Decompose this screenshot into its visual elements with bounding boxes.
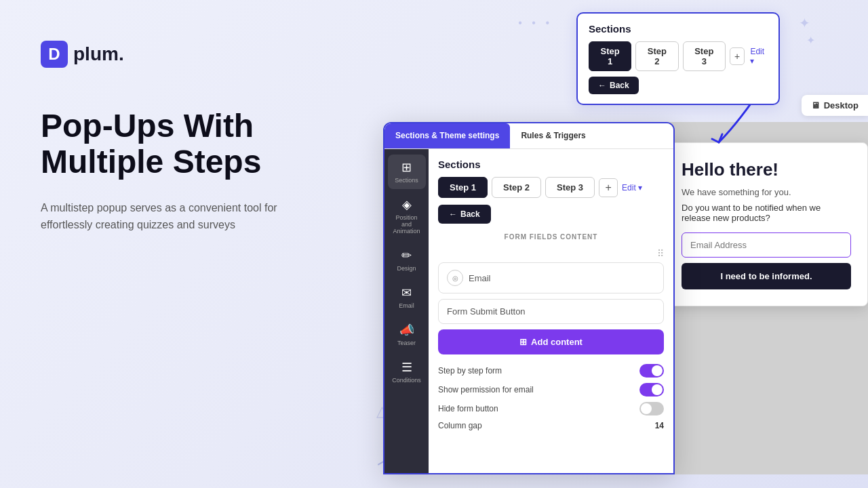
sub-text: A multistep popup serves as a convenient… <box>41 199 298 234</box>
sections-icon: ⊞ <box>401 160 412 175</box>
sidebar-item-email[interactable]: ✉ Email <box>388 280 426 314</box>
show-permission-toggle[interactable] <box>639 383 664 396</box>
column-gap-label: Column gap <box>438 421 482 430</box>
main-edit-button[interactable]: Edit ▾ <box>622 183 642 192</box>
email-field-label: Email <box>469 273 655 283</box>
hide-button-toggle[interactable] <box>639 402 664 415</box>
floating-step-3-button[interactable]: Step 3 <box>683 41 726 71</box>
tab-sections-theme-label: Sections & Theme settings <box>395 131 499 140</box>
popup-email-input[interactable] <box>682 232 851 258</box>
add-content-icon: ⊞ <box>519 337 527 347</box>
main-back-button[interactable]: ← Back <box>438 205 491 224</box>
toggle-hide-button: Hide form button <box>438 402 664 415</box>
logo-letter: D <box>48 45 60 64</box>
deco-top-dots: • • • <box>518 17 553 29</box>
sidebar-item-teaser[interactable]: 📣 Teaser <box>388 317 426 352</box>
add-content-label: Add content <box>531 337 583 347</box>
popup-submit-button[interactable]: I need to be informed. <box>682 263 851 289</box>
floating-sections-title: Sections <box>589 23 768 35</box>
main-step-1-button[interactable]: Step 1 <box>438 177 488 198</box>
email-field-row[interactable]: ◎ Email <box>438 262 664 293</box>
deco-star-top-right: ✦ <box>799 15 810 31</box>
conditions-icon: ☰ <box>401 360 412 375</box>
position-label: Position and Animation <box>391 214 423 235</box>
logo-text: plum. <box>73 43 124 65</box>
monitor-icon: 🖥 <box>811 100 820 110</box>
email-label: Email <box>399 302 414 309</box>
editor-topnav: Sections & Theme settings Rules & Trigge… <box>384 123 673 149</box>
tab-rules-triggers[interactable]: Rules & Triggers <box>510 123 596 148</box>
desktop-toggle[interactable]: 🖥 Desktop <box>802 95 868 116</box>
main-heading: Pop-Ups With Multiple Steps <box>41 108 366 180</box>
drag-handle-area: ⠿ <box>438 247 664 260</box>
sidebar-item-position[interactable]: ◈ Position and Animation <box>388 192 426 240</box>
logo-icon: D <box>41 41 68 68</box>
floating-step-1-button[interactable]: Step 1 <box>589 41 631 71</box>
floating-steps-row: Step 1 Step 2 Step 3 + Edit ▾ <box>589 41 768 71</box>
teaser-icon: 📣 <box>399 323 414 338</box>
email-icon: ✉ <box>401 285 412 300</box>
main-step-3-button[interactable]: Step 3 <box>545 177 595 198</box>
back-arrow-icon: ← <box>598 81 606 90</box>
main-step-2-button[interactable]: Step 2 <box>492 177 541 198</box>
popup-title: Hello there! <box>682 159 851 180</box>
floating-sections-panel: Sections Step 1 Step 2 Step 3 + Edit ▾ ←… <box>576 12 780 105</box>
sidebar-item-conditions[interactable]: ☰ Conditions <box>388 354 426 389</box>
floating-back-button[interactable]: ← Back <box>589 77 639 94</box>
step-by-step-toggle[interactable] <box>639 364 664 378</box>
editor-main: Sections Step 1 Step 2 Step 3 + Edit ▾ ←… <box>429 149 673 473</box>
logo-area: D plum. <box>41 41 366 68</box>
main-steps-row: Step 1 Step 2 Step 3 + Edit ▾ <box>438 177 664 198</box>
conditions-label: Conditions <box>392 377 421 384</box>
sidebar-item-design[interactable]: ✏ Design <box>388 243 426 277</box>
column-gap-value: 14 <box>655 421 664 430</box>
hide-button-label: Hide form button <box>438 404 498 413</box>
back-arrow: ← <box>449 209 457 219</box>
sections-header: Sections <box>438 159 664 170</box>
toggle-show-permission: Show permission for email <box>438 383 664 396</box>
submit-field-label: Form Submit Button <box>447 306 655 317</box>
floating-plus-button[interactable]: + <box>730 47 745 65</box>
design-label: Design <box>397 265 416 272</box>
show-permission-label: Show permission for email <box>438 385 534 394</box>
popup-preview: Hello there! We have something for you. … <box>665 142 868 306</box>
position-icon: ◈ <box>402 197 412 212</box>
teaser-label: Teaser <box>397 340 416 346</box>
add-content-button[interactable]: ⊞ Add content <box>438 329 664 354</box>
left-panel: D plum. Pop-Ups With Multiple Steps A mu… <box>41 41 366 234</box>
toggle-step-by-step: Step by step form <box>438 364 664 378</box>
popup-question: Do you want to be notified when we relea… <box>682 203 851 223</box>
desktop-label: Desktop <box>824 100 859 110</box>
design-icon: ✏ <box>401 248 412 263</box>
drag-dots-icon: ⠿ <box>657 248 664 259</box>
preview-panel: Hello there! We have something for you. … <box>651 122 868 474</box>
tab-rules-triggers-label: Rules & Triggers <box>521 131 585 140</box>
submit-field-row[interactable]: Form Submit Button <box>438 299 664 324</box>
email-field-icon: ◎ <box>447 270 463 286</box>
tab-sections-theme[interactable]: Sections & Theme settings <box>384 123 510 148</box>
main-plus-button[interactable]: + <box>599 178 618 197</box>
popup-subtitle: We have something for you. <box>682 187 851 197</box>
deco-sparkle: ✦ <box>806 34 815 47</box>
editor-sidebar: ⊞ Sections ◈ Position and Animation ✏ De… <box>384 149 429 473</box>
back-text: Back <box>460 209 480 219</box>
form-fields-label: FORM FIELDS CONTENT <box>438 233 664 241</box>
editor-container: Sections & Theme settings Rules & Trigge… <box>383 122 675 474</box>
sections-label: Sections <box>395 177 418 184</box>
floating-step-2-button[interactable]: Step 2 <box>635 41 678 71</box>
step-by-step-label: Step by step form <box>438 366 502 375</box>
floating-edit-button[interactable]: Edit ▾ <box>750 47 768 66</box>
column-gap-row: Column gap 14 <box>438 421 664 430</box>
floating-back-label: Back <box>610 81 629 90</box>
editor-body: ⊞ Sections ◈ Position and Animation ✏ De… <box>384 149 673 473</box>
sidebar-item-sections[interactable]: ⊞ Sections <box>388 155 426 189</box>
